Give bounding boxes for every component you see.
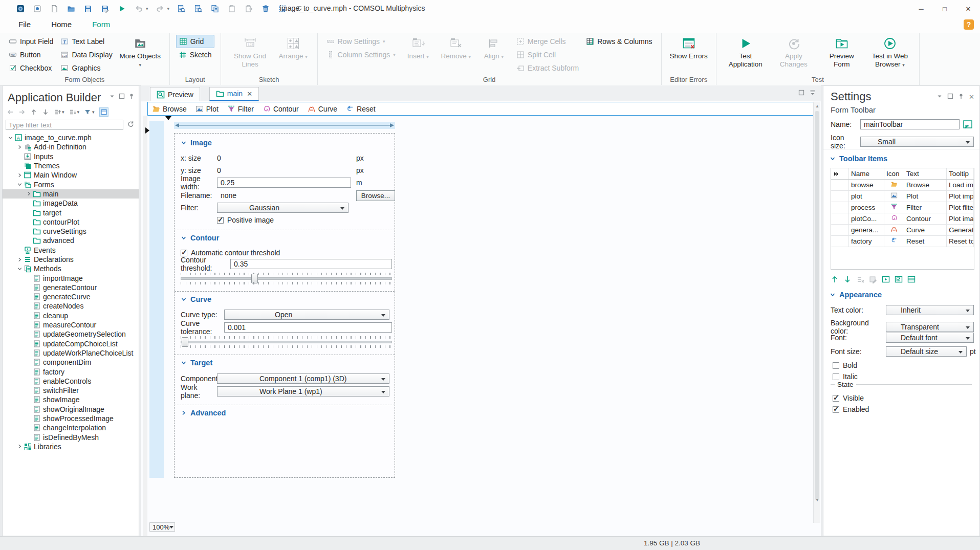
tree-item-Forms[interactable]: Forms: [3, 180, 139, 189]
tree-item-Declarations[interactable]: Declarations: [3, 255, 139, 264]
plot-image-icon[interactable]: [884, 191, 904, 202]
tree-item-Events[interactable]: Events: [3, 246, 139, 255]
italic-checkbox[interactable]: [833, 373, 839, 380]
refresh-icon[interactable]: [127, 120, 134, 127]
redo-caret-icon[interactable]: ▾: [167, 6, 170, 11]
curve-tolerance-slider[interactable]: [181, 341, 392, 343]
zoom-control[interactable]: 100%: [149, 522, 175, 532]
bold-checkbox[interactable]: [833, 362, 839, 369]
row-handle[interactable]: [831, 191, 849, 202]
toolbar-item-row-curve[interactable]: genera...CurveGenerate cur...: [831, 225, 974, 236]
move-up-icon[interactable]: [831, 275, 839, 283]
ribbon-button-more-objects[interactable]: More Objects ▾: [117, 35, 163, 68]
row-handle[interactable]: [831, 225, 849, 236]
image-width-input[interactable]: 0.25: [217, 178, 351, 188]
item-tooltip[interactable]: Plot filtered i...: [947, 202, 974, 213]
tree-item-importImage[interactable]: importImage: [3, 273, 139, 282]
tree-item-generateContour[interactable]: generateContour: [3, 283, 139, 292]
rename-icon[interactable]: [963, 119, 973, 129]
ribbon-button-rows-columns[interactable]: Rows & Columns: [583, 35, 655, 48]
tree-item-changeInterpolation[interactable]: changeInterpolation: [3, 423, 139, 432]
tree-expander-icon[interactable]: [16, 257, 23, 262]
filter-combo[interactable]: Gaussian: [217, 203, 349, 213]
tree-item-showImage[interactable]: showImage: [3, 395, 139, 404]
editor-tab-main[interactable]: main✕: [209, 87, 259, 101]
curve-type-combo[interactable]: Open: [224, 310, 389, 320]
form-toolbar-button-curve[interactable]: Curve: [308, 105, 337, 113]
ribbon-button-checkbox[interactable]: Checkbox: [6, 61, 56, 75]
enabled-checkbox[interactable]: [833, 406, 839, 413]
curve-a-icon[interactable]: [884, 225, 904, 236]
auto-threshold-checkbox[interactable]: [181, 250, 187, 256]
app-logo-icon[interactable]: [15, 4, 26, 14]
ribbon-button-input-field[interactable]: Input Field: [6, 35, 56, 48]
italic-row[interactable]: Italic: [833, 372, 858, 381]
tree-item-createNodes[interactable]: createNodes: [3, 301, 139, 311]
close-button[interactable]: ✕: [956, 0, 980, 17]
tree-expander-icon[interactable]: [16, 267, 23, 271]
paste-icon[interactable]: [227, 4, 237, 14]
tree-item-showProcessedImage[interactable]: showProcessedImage: [3, 414, 139, 423]
ribbon-button-show-errors[interactable]: Show Errors: [668, 35, 710, 60]
item-text[interactable]: Plot: [904, 191, 947, 202]
show-in-window-icon[interactable]: [99, 107, 108, 117]
ribbon-button-arrange[interactable]: Arrange ▾: [275, 35, 311, 60]
contour-threshold-input[interactable]: 0.35: [230, 259, 392, 269]
section-curve[interactable]: Curve: [181, 295, 211, 303]
edit-item-icon[interactable]: [869, 275, 877, 283]
ribbon-button-grid[interactable]: Grid: [176, 35, 214, 48]
item-tooltip[interactable]: Plot image c...: [947, 213, 974, 225]
ribbon-tab-form[interactable]: Form: [84, 17, 118, 34]
item-tooltip[interactable]: Reset to fact...: [947, 236, 974, 247]
row-handle[interactable]: [831, 180, 849, 191]
item-tooltip[interactable]: Generate cur...: [947, 225, 974, 236]
panel-close-icon[interactable]: ✕: [969, 93, 974, 101]
nav-back-icon[interactable]: [7, 108, 14, 116]
preview-doc-icon[interactable]: [176, 4, 186, 14]
tree-item-Inputs[interactable]: Inputs: [3, 152, 139, 161]
font-combo[interactable]: Default font: [886, 333, 974, 343]
tree-item-generateCurve[interactable]: generateCurve: [3, 292, 139, 301]
form-toolbar-button-reset[interactable]: Reset: [346, 105, 376, 113]
tree-item-Main-Window[interactable]: Main Window: [3, 170, 139, 180]
collapse-all-icon[interactable]: ▾: [69, 108, 80, 116]
ribbon-button-extract-subform[interactable]: Extract Subform: [514, 61, 581, 75]
tree-filter-input[interactable]: Type filter text: [6, 120, 123, 130]
item-text[interactable]: Filter: [904, 202, 947, 213]
contour-spiral-icon[interactable]: [884, 213, 904, 225]
background-color-combo[interactable]: Transparent: [886, 322, 974, 332]
doc-search-icon[interactable]: [193, 4, 203, 14]
toolbar-items-section[interactable]: Toolbar Items: [830, 155, 887, 163]
ribbon-button-remove[interactable]: Remove ▾: [438, 35, 474, 60]
filter-icon[interactable]: ▾: [84, 108, 95, 116]
ribbon-button-merge-cells[interactable]: Merge Cells: [514, 35, 581, 48]
add-separator-icon[interactable]: [907, 275, 916, 283]
ribbon-button-show-grid-lines[interactable]: 1.23Show Grid Lines: [227, 35, 273, 68]
ribbon-button-data-display[interactable]: 1.23Data Display: [58, 48, 115, 61]
form-toolbar-button-browse[interactable]: Browse: [152, 105, 187, 113]
item-tooltip[interactable]: Plot importe...: [947, 191, 974, 202]
component-combo[interactable]: Component 1 (comp1) (3D): [217, 373, 389, 384]
folder-open-icon[interactable]: [884, 180, 904, 191]
minimize-button[interactable]: ─: [909, 0, 933, 17]
reset-undo-icon[interactable]: [884, 236, 904, 247]
help-button[interactable]: ?: [964, 19, 974, 30]
form-toolbar-button-plot[interactable]: Plot: [195, 105, 219, 113]
editor-vertical-scrollbar[interactable]: ▲ ▼: [813, 102, 820, 523]
ribbon-button-align[interactable]: Align ▾: [476, 35, 512, 60]
panel-float-icon[interactable]: [119, 93, 125, 99]
tab-close-icon[interactable]: ✕: [247, 90, 252, 98]
ribbon-button-split-cell[interactable]: Split Cell: [514, 48, 581, 61]
nav-forward-icon[interactable]: [18, 108, 26, 116]
ribbon-button-text-label[interactable]: TText Label: [58, 35, 115, 48]
item-text[interactable]: Browse: [904, 180, 947, 191]
ribbon-button-test-in-web-browser[interactable]: Test in Web Browser ▾: [867, 35, 913, 68]
tree-item-imageData[interactable]: imageData: [3, 199, 139, 208]
grid-column-strip[interactable]: [149, 121, 164, 478]
contour-threshold-slider[interactable]: [181, 277, 392, 280]
section-image[interactable]: Image: [181, 139, 212, 147]
browse-file-button[interactable]: Browse...: [356, 190, 395, 201]
toolbar-item-row-contour[interactable]: plotCo...ContourPlot image c...: [831, 213, 974, 225]
tree-item-contourPlot[interactable]: contourPlot: [3, 217, 139, 227]
toolbar-item-row-reset[interactable]: factoryResetReset to fact...: [831, 236, 974, 247]
